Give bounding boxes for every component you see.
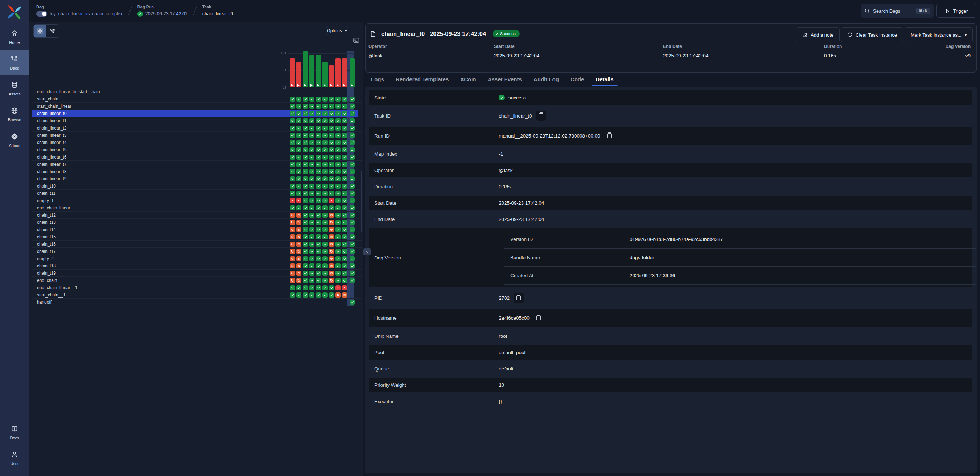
task-instance-square[interactable]: ↻ [336, 293, 340, 298]
task-instance-square[interactable] [303, 198, 308, 203]
task-instance-square[interactable] [329, 126, 334, 131]
task-instance-square[interactable] [323, 126, 328, 131]
task-instance-square[interactable] [350, 111, 355, 116]
task-instance-square[interactable] [350, 162, 355, 167]
task-instance-square[interactable] [303, 169, 308, 174]
task-instance-square[interactable] [316, 220, 321, 225]
task-instance-square[interactable] [296, 111, 301, 116]
dag-pause-toggle[interactable] [36, 11, 47, 17]
task-instance-square[interactable]: ↻ [290, 227, 295, 232]
task-instance-square[interactable] [323, 104, 328, 109]
tab-xcom[interactable]: XCom [455, 73, 482, 86]
task-instance-square[interactable] [342, 205, 347, 210]
task-row[interactable]: chain_t14↻↻↻ [32, 226, 362, 233]
task-instance-square[interactable]: ↻ [329, 256, 334, 261]
task-row[interactable]: empty_1✕✕✕ [32, 197, 362, 204]
task-instance-square[interactable]: ↻ [296, 213, 301, 218]
task-instance-square[interactable] [309, 162, 315, 167]
task-instance-square[interactable] [309, 263, 315, 269]
task-instance-square[interactable] [290, 111, 295, 116]
sidebar-item-docs[interactable]: Docs [0, 419, 29, 445]
task-instance-square[interactable] [290, 162, 295, 167]
task-instance-square[interactable]: ↻ [296, 220, 301, 225]
task-instance-square[interactable] [316, 242, 321, 247]
task-instance-square[interactable] [336, 205, 340, 210]
task-instance-square[interactable]: ↻ [290, 278, 295, 283]
sidebar-item-assets[interactable]: Assets [0, 75, 29, 101]
task-instance-square[interactable] [303, 162, 308, 167]
task-row[interactable]: end_chain↻↻↻ [32, 277, 362, 284]
task-instance-square[interactable]: ↻ [329, 234, 334, 239]
task-row[interactable]: chain_t15↻↻↻ [32, 233, 362, 240]
run-bar[interactable] [350, 59, 355, 88]
task-instance-square[interactable] [303, 111, 308, 116]
task-instance-square[interactable]: ↻ [296, 234, 301, 239]
task-instance-square[interactable] [350, 176, 355, 181]
task-instance-square[interactable] [350, 271, 355, 276]
task-instance-square[interactable] [316, 285, 321, 290]
search-dags-button[interactable]: Search Dags ⌘+K [861, 4, 934, 18]
task-instance-square[interactable] [309, 234, 315, 239]
run-bar[interactable] [290, 59, 295, 88]
task-instance-square[interactable] [350, 147, 355, 152]
task-instance-square[interactable] [350, 263, 355, 269]
task-instance-square[interactable] [336, 140, 340, 145]
task-instance-square[interactable] [350, 154, 355, 160]
sidebar-item-user[interactable]: User [0, 445, 29, 471]
task-instance-square[interactable] [303, 126, 308, 131]
task-instance-square[interactable] [303, 234, 308, 239]
task-instance-square[interactable] [342, 242, 347, 247]
task-instance-square[interactable] [329, 162, 334, 167]
run-bar[interactable] [316, 55, 321, 88]
task-instance-square[interactable] [336, 278, 340, 283]
task-row[interactable]: chain_t19↻↻↻ [32, 269, 362, 277]
task-instance-square[interactable] [309, 205, 315, 210]
task-instance-square[interactable] [329, 176, 334, 181]
task-instance-square[interactable] [329, 205, 334, 210]
task-instance-square[interactable] [290, 176, 295, 181]
task-instance-square[interactable] [309, 97, 315, 102]
run-bar[interactable] [342, 59, 347, 88]
task-instance-square[interactable] [303, 220, 308, 225]
task-instance-square[interactable] [336, 198, 340, 203]
task-instance-square[interactable] [309, 133, 315, 138]
task-instance-square[interactable] [323, 176, 328, 181]
task-instance-square[interactable] [336, 227, 340, 232]
task-instance-square[interactable] [290, 104, 295, 109]
copy-button[interactable] [604, 131, 614, 141]
task-row[interactable]: chain_t18↻↻↻ [32, 262, 362, 269]
task-instance-square[interactable]: ✕ [296, 198, 301, 203]
task-instance-square[interactable] [323, 285, 328, 290]
run-bar[interactable] [329, 65, 334, 88]
options-dropdown[interactable]: Options [326, 26, 348, 35]
task-row[interactable]: chain_t10 [32, 182, 362, 189]
task-instance-square[interactable]: ↻ [290, 234, 295, 239]
task-instance-square[interactable]: ↻ [296, 256, 301, 261]
task-instance-square[interactable] [290, 97, 295, 102]
task-instance-square[interactable] [296, 118, 301, 123]
task-row[interactable]: chain_linear_t4 [32, 139, 362, 146]
task-instance-square[interactable] [350, 97, 355, 102]
task-instance-square[interactable] [303, 256, 308, 261]
task-instance-square[interactable] [309, 227, 315, 232]
copy-button[interactable] [533, 313, 544, 323]
task-instance-square[interactable] [303, 278, 308, 283]
task-instance-square[interactable] [323, 220, 328, 225]
task-instance-square[interactable] [309, 183, 315, 189]
task-instance-square[interactable] [329, 147, 334, 152]
task-instance-square[interactable] [309, 154, 315, 160]
task-instance-square[interactable]: ✕ [336, 285, 340, 290]
task-instance-square[interactable] [350, 133, 355, 138]
task-instance-square[interactable] [342, 147, 347, 152]
task-instance-square[interactable] [342, 249, 347, 254]
task-instance-square[interactable] [296, 126, 301, 131]
task-row[interactable]: chain_t12↻↻↻ [32, 211, 362, 218]
task-instance-square[interactable] [303, 104, 308, 109]
task-row[interactable]: chain_t17↻↻↻ [32, 247, 362, 255]
task-instance-square[interactable] [316, 256, 321, 261]
task-instance-square[interactable] [342, 256, 347, 261]
task-instance-square[interactable] [303, 227, 308, 232]
task-instance-square[interactable] [350, 169, 355, 174]
task-instance-square[interactable]: ↻ [290, 256, 295, 261]
task-instance-square[interactable] [309, 242, 315, 247]
